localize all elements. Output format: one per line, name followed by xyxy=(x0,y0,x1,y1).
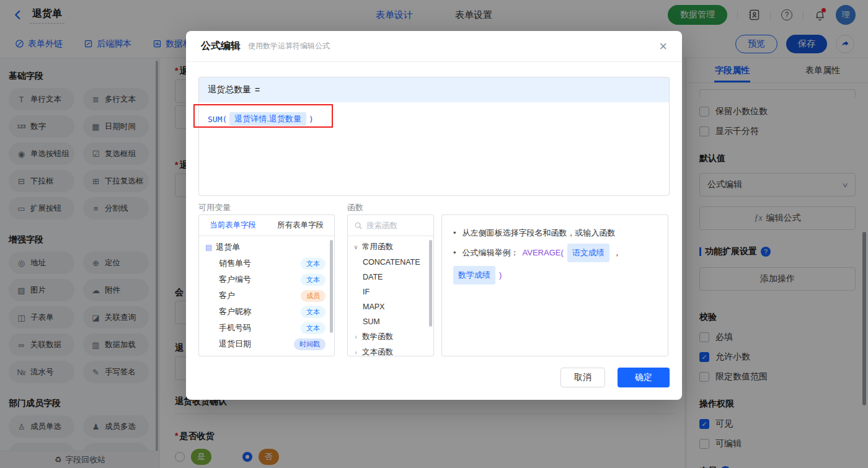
variable-row[interactable]: 手机号码文本 xyxy=(199,320,334,336)
help-line-2: 公式编辑举例：AVERAGE(语文成绩，数学成绩) xyxy=(453,244,657,285)
confirm-button[interactable]: 确定 xyxy=(618,368,670,387)
formula-expression[interactable]: SUM( 退货详情.退货数量 ) xyxy=(199,102,669,136)
variable-row[interactable]: 客户昵称文本 xyxy=(199,304,334,320)
functions-scrollbar[interactable] xyxy=(429,240,432,327)
function-group-text[interactable]: ›文本函数 xyxy=(348,345,433,356)
variable-row[interactable]: 客户编号文本 xyxy=(199,272,334,288)
modal-title: 公式编辑 xyxy=(201,40,241,53)
type-badge: 时间戳 xyxy=(294,338,326,350)
help-line-1: 从左侧面板选择字段名和函数，或输入函数 xyxy=(453,225,657,241)
close-icon[interactable]: × xyxy=(659,40,667,53)
example-field-chip: 数学成绩 xyxy=(453,266,495,285)
formula-editor[interactable]: 退货总数量 = SUM( 退货详情.退货数量 ) xyxy=(198,77,670,196)
field-chip[interactable]: 退货详情.退货数量 xyxy=(229,112,306,126)
search-icon xyxy=(354,221,363,230)
formula-target-bar: 退货总数量 = xyxy=(199,77,669,102)
example-comma: ， xyxy=(613,245,621,261)
chevron-right-icon: › xyxy=(353,333,359,340)
functions-panel: ∨常用函数 CONCATENATE DATE IF MAPX SUM ›数学函数… xyxy=(347,214,434,356)
chevron-right-icon: › xyxy=(353,349,359,356)
functions-label: 函数 xyxy=(347,202,363,213)
tab-current-form-fields[interactable]: 当前表单字段 xyxy=(199,215,267,236)
type-badge: 文本 xyxy=(301,306,326,318)
variable-row[interactable]: 客户成员 xyxy=(199,288,334,304)
type-badge: 文本 xyxy=(301,258,326,270)
function-item[interactable]: IF xyxy=(348,285,433,299)
formula-target: 退货总数量 xyxy=(208,84,251,95)
type-badge: 文本 xyxy=(301,322,326,334)
help-panel: 从左侧面板选择字段名和函数，或输入函数 公式编辑举例：AVERAGE(语文成绩，… xyxy=(441,214,668,356)
function-group-common[interactable]: ∨常用函数 xyxy=(348,239,433,255)
modal-subtitle: 使用数学运算符编辑公式 xyxy=(248,41,330,51)
document-icon: ▤ xyxy=(205,243,212,252)
variables-panel: 当前表单字段 所有表单字段 ▤ 退货单 销售单号文本 客户编号文本 客户成员 客… xyxy=(198,214,335,356)
function-search-input[interactable] xyxy=(366,221,427,230)
function-item[interactable]: MAPX xyxy=(348,299,433,314)
function-item[interactable]: SUM xyxy=(348,314,433,329)
form-tree-root[interactable]: ▤ 退货单 xyxy=(199,239,334,255)
type-badge: 文本 xyxy=(301,274,326,286)
function-item[interactable]: DATE xyxy=(348,270,433,285)
chevron-down-icon: ∨ xyxy=(353,244,359,250)
function-search[interactable] xyxy=(348,215,433,236)
function-group-math[interactable]: ›数学函数 xyxy=(348,329,433,345)
example-field-chip: 语文成绩 xyxy=(567,244,609,262)
tab-all-form-fields[interactable]: 所有表单字段 xyxy=(267,215,334,236)
variables-scrollbar[interactable] xyxy=(330,240,333,333)
equals-sign: = xyxy=(255,85,260,95)
example-function-open: AVERAGE( xyxy=(523,245,564,261)
example-function-close: ) xyxy=(499,267,502,283)
formula-function-close: ) xyxy=(309,115,314,124)
cancel-button[interactable]: 取消 xyxy=(560,368,605,387)
variables-label: 可用变量 xyxy=(198,202,231,213)
function-item[interactable]: CONCATENATE xyxy=(348,255,433,270)
variable-row[interactable]: 退货日期时间戳 xyxy=(199,336,334,352)
variable-row[interactable]: 销售单号文本 xyxy=(199,255,334,272)
formula-editor-modal: 公式编辑 使用数学运算符编辑公式 × 退货总数量 = SUM( 退货详情.退货数… xyxy=(186,31,682,400)
type-badge: 成员 xyxy=(301,290,326,302)
formula-function-open: SUM( xyxy=(208,115,227,124)
